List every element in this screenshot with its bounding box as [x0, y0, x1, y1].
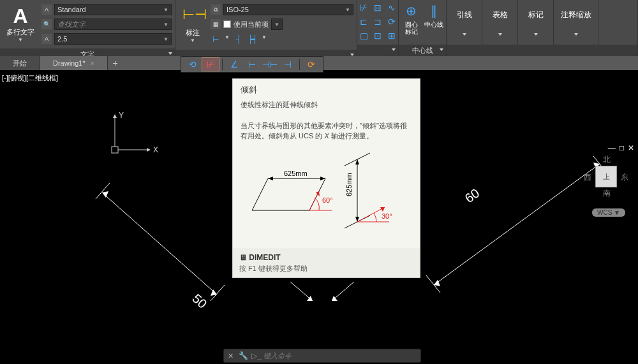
viewport-window-controls: — □ ✕: [608, 143, 634, 152]
svg-marker-30: [316, 191, 320, 196]
svg-text:X: X: [153, 145, 158, 154]
quick-dim-icon[interactable]: ┤: [234, 34, 244, 45]
dimlayer-dropdown[interactable]: [271, 18, 283, 30]
panel-buttons: 引线 表格 标记 注释缩放: [447, 0, 638, 56]
svg-text:625mm: 625mm: [284, 170, 308, 177]
command-line[interactable]: ✕ 🔧 ▷_ 键入命令: [223, 349, 421, 363]
cmdline-placeholder: 键入命令: [263, 351, 292, 361]
svg-line-21: [252, 178, 268, 210]
svg-marker-24: [268, 177, 273, 180]
svg-text:60°: 60°: [322, 196, 333, 204]
nav-north[interactable]: 北: [603, 154, 611, 165]
text-A-icon: A: [13, 6, 27, 26]
dim-right-text: 60: [462, 186, 482, 205]
dimstyle-dropdown[interactable]: ISO-25: [223, 4, 353, 15]
text-height-dropdown[interactable]: 2.5: [54, 33, 172, 45]
nav-south[interactable]: 南: [603, 188, 611, 199]
nav-top-face[interactable]: 上: [595, 166, 617, 187]
tooltip-title: 倾斜: [241, 84, 412, 96]
space-icon[interactable]: ⊟: [372, 3, 383, 14]
text-style-icon: A: [41, 4, 52, 15]
find-text-input[interactable]: 查找文字: [54, 18, 172, 30]
adjust-icon[interactable]: ∿: [386, 3, 397, 14]
panel-centerline-title[interactable]: 中心线: [399, 45, 446, 56]
table-button[interactable]: 表格: [482, 0, 518, 45]
text-style-dropdown[interactable]: Standard: [54, 4, 172, 15]
panel-text: A 多行文字 ▼ A Standard 🔍 查找文字 A 2.5 文字: [0, 0, 175, 56]
center-mark-label: 圆心标记: [405, 21, 418, 35]
break-icon[interactable]: ⊬: [358, 3, 369, 14]
inspect-icon[interactable]: ▢: [358, 31, 369, 42]
dimedit-left-icon[interactable]: ⊢: [243, 57, 261, 71]
dimedit-angle-icon[interactable]: ∠: [225, 57, 243, 71]
dimstyle-icon: ⧉: [211, 4, 221, 15]
nav-west[interactable]: 西: [584, 172, 591, 183]
leader-button[interactable]: 引线: [447, 0, 482, 45]
svg-text:30°: 30°: [382, 212, 392, 220]
dimedit-oblique-icon[interactable]: ⊬: [202, 57, 219, 71]
svg-text:Y: Y: [119, 111, 124, 120]
find-text-icon: 🔍: [41, 19, 52, 29]
svg-line-8: [96, 183, 110, 199]
use-current-label: 使用当前项: [234, 20, 269, 29]
dimlayer-icon: ▦: [211, 19, 221, 29]
center-mark-button[interactable]: ⊕ 圆心标记: [401, 2, 422, 43]
tooltip-f1-hint: 按 F1 键获得更多帮助: [239, 264, 413, 273]
dimedit-center-icon[interactable]: ⊣⊢: [261, 57, 279, 71]
text-height-icon: A: [41, 34, 52, 44]
tooltip-oblique: 倾斜 使线性标注的延伸线倾斜 当尺寸界线与图形的其他要素冲突时，"倾斜"选项将很…: [232, 78, 420, 278]
panel-buttons-title: [447, 45, 637, 56]
cmdline-config-icon[interactable]: 🔧: [237, 351, 249, 360]
ribbon: A 多行文字 ▼ A Standard 🔍 查找文字 A 2.5 文字: [0, 0, 638, 56]
tooltip-body: 当尺寸界线与图形的其他要素冲突时，"倾斜"选项将很有用处。倾斜角从 UCS 的 …: [241, 120, 412, 142]
dimension-button[interactable]: ⊢⊣ 标注 ▼: [177, 1, 209, 48]
vp-maximize-icon[interactable]: □: [619, 143, 624, 152]
tab-drawing1[interactable]: Drawing1*×: [40, 56, 108, 70]
tab-new-button[interactable]: +: [109, 57, 122, 69]
centerline-button[interactable]: ∥ 中心线: [423, 2, 444, 43]
panel-dim-title[interactable]: [175, 50, 357, 56]
svg-line-12: [434, 164, 600, 285]
viewport-label[interactable]: [-][俯视][二维线框]: [2, 73, 58, 83]
panel-dimension: ⊢⊣ 标注 ▼ ⧉ ISO-25 ▦ 使用当前项 ⊢ ▼ ┤: [175, 0, 357, 56]
dimedit-flyout: ⟲ ⊬ ∠ ⊢ ⊣⊢ ⊣ ⟳: [181, 56, 323, 73]
vp-minimize-icon[interactable]: —: [608, 143, 616, 152]
panel-small-1: ⊬⊟∿ ⊏⊐⟳ ▢⊡⊞: [357, 0, 399, 56]
nav-east[interactable]: 东: [621, 172, 628, 183]
svg-marker-5: [113, 114, 117, 118]
reassoc-icon[interactable]: ⊡: [372, 31, 383, 42]
anno-scale-button[interactable]: 注释缩放: [554, 0, 598, 45]
svg-rect-0: [112, 147, 118, 153]
svg-text:625mm: 625mm: [345, 173, 353, 196]
dimedit-right-icon[interactable]: ⊣: [279, 57, 297, 71]
linear-dim-icon[interactable]: ⊢: [211, 34, 221, 45]
panel-small1-title[interactable]: [357, 45, 398, 56]
svg-line-39: [357, 207, 385, 222]
vp-close-icon[interactable]: ✕: [628, 143, 634, 152]
wcs-badge[interactable]: WCS ▼: [592, 208, 625, 217]
svg-marker-2: [147, 148, 151, 152]
cmdline-prompt-icon: ▷_: [249, 351, 263, 360]
tab-close-icon[interactable]: ×: [91, 60, 94, 67]
cmdline-close-icon[interactable]: ✕: [224, 352, 237, 360]
override-icon[interactable]: ⊞: [386, 31, 397, 42]
panel-centerline: ⊕ 圆心标记 ∥ 中心线 中心线: [399, 0, 447, 56]
jog-icon[interactable]: ⊏: [358, 17, 369, 28]
svg-marker-10: [102, 191, 108, 198]
view-cube[interactable]: 北 南 西 东 上: [584, 154, 628, 199]
center-mark-icon: ⊕: [403, 2, 420, 20]
tab-start[interactable]: 开始: [0, 56, 40, 70]
markup-button[interactable]: 标记: [518, 0, 554, 45]
dimension-label: 标注: [186, 28, 200, 38]
dimension-icon: ⊢⊣: [182, 6, 203, 27]
v-arrows: [284, 275, 360, 314]
continue-dim-icon[interactable]: ┝┥: [248, 34, 258, 45]
centerline-label: 中心线: [424, 21, 443, 28]
update-icon[interactable]: ⟳: [386, 17, 397, 28]
dimedit-home-icon[interactable]: ⟲: [184, 57, 202, 71]
align-icon[interactable]: ⊐: [372, 17, 383, 28]
multiline-text-button[interactable]: A 多行文字 ▼: [1, 1, 40, 47]
use-current-checkbox[interactable]: [223, 20, 231, 28]
dimedit-rotate-icon[interactable]: ⟳: [302, 57, 320, 71]
multiline-text-label: 多行文字: [6, 27, 34, 37]
